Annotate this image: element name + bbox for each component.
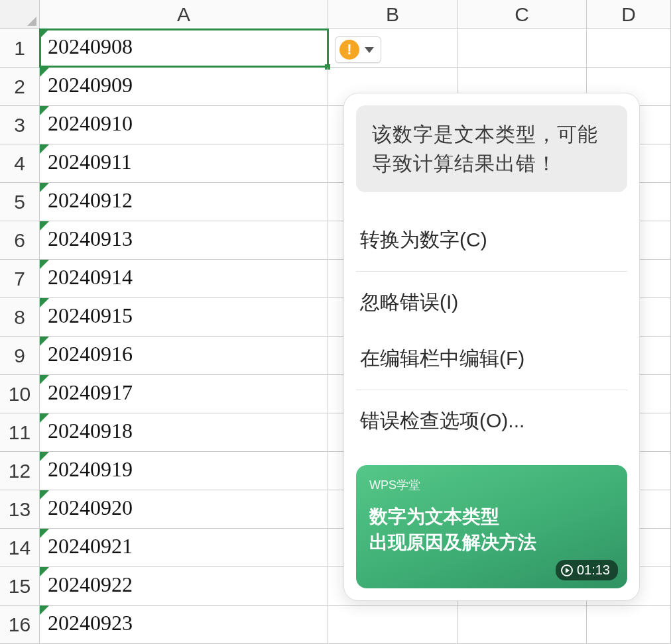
cell-value: 20240922 bbox=[48, 572, 133, 596]
column-header-row: A B C D bbox=[0, 0, 671, 29]
text-number-error-icon bbox=[40, 260, 49, 269]
cell-C16[interactable] bbox=[457, 606, 587, 643]
text-number-error-icon bbox=[40, 375, 49, 384]
cell-D16[interactable] bbox=[587, 606, 671, 643]
chevron-down-icon bbox=[365, 47, 374, 53]
cell-A6[interactable]: 20240913 bbox=[40, 221, 328, 259]
column-header-D[interactable]: D bbox=[587, 0, 671, 28]
cell-A1[interactable]: 20240908 bbox=[40, 29, 328, 67]
select-all-corner[interactable] bbox=[0, 0, 40, 28]
menu-separator bbox=[356, 390, 627, 390]
menu-edit-in-formula-bar[interactable]: 在编辑栏中编辑(F) bbox=[356, 331, 627, 387]
text-number-error-icon bbox=[40, 29, 49, 38]
cell-B16[interactable] bbox=[328, 606, 457, 643]
text-number-error-icon bbox=[40, 452, 49, 461]
cell-A4[interactable]: 20240911 bbox=[40, 144, 328, 182]
row-header[interactable]: 1 bbox=[0, 29, 40, 67]
row-header[interactable]: 7 bbox=[0, 260, 40, 297]
row-header[interactable]: 15 bbox=[0, 567, 40, 605]
menu-convert-to-number[interactable]: 转换为数字(C) bbox=[356, 212, 627, 268]
cell-value: 20240916 bbox=[48, 342, 133, 366]
text-number-error-icon bbox=[40, 490, 49, 500]
cell-value: 20240911 bbox=[48, 150, 132, 174]
menu-error-check-options[interactable]: 错误检查选项(O)... bbox=[356, 393, 627, 449]
video-title-line1: 数字为文本类型 bbox=[369, 504, 614, 529]
table-row: 1620240923 bbox=[0, 606, 671, 644]
video-duration-badge: 01:13 bbox=[556, 560, 618, 580]
cell-A15[interactable]: 20240922 bbox=[40, 567, 328, 605]
cell-D1[interactable] bbox=[587, 29, 671, 67]
cell-A2[interactable]: 20240909 bbox=[40, 68, 328, 105]
text-number-error-icon bbox=[40, 144, 49, 154]
text-number-error-icon bbox=[40, 68, 49, 77]
cell-A8[interactable]: 20240915 bbox=[40, 298, 328, 336]
cell-value: 20240921 bbox=[48, 534, 133, 558]
cell-value: 20240913 bbox=[48, 227, 133, 250]
text-number-error-icon bbox=[40, 221, 49, 231]
cell-A14[interactable]: 20240921 bbox=[40, 529, 328, 566]
video-title-line2: 出现原因及解决方法 bbox=[369, 529, 614, 555]
cell-value: 20240923 bbox=[48, 611, 133, 635]
cell-value: 20240910 bbox=[48, 111, 133, 135]
cell-C1[interactable] bbox=[457, 29, 587, 67]
row-header[interactable]: 14 bbox=[0, 529, 40, 566]
video-title: 数字为文本类型 出现原因及解决方法 bbox=[369, 504, 614, 555]
cell-A7[interactable]: 20240914 bbox=[40, 260, 328, 297]
video-duration-text: 01:13 bbox=[577, 563, 610, 578]
cell-A9[interactable]: 20240916 bbox=[40, 337, 328, 374]
text-number-error-icon bbox=[40, 337, 49, 346]
cell-value: 20240914 bbox=[48, 265, 133, 289]
row-header[interactable]: 8 bbox=[0, 298, 40, 336]
row-header[interactable]: 11 bbox=[0, 413, 40, 451]
text-number-error-icon bbox=[40, 567, 49, 576]
cell-A10[interactable]: 20240917 bbox=[40, 375, 328, 413]
error-context-menu: 该数字是文本类型，可能导致计算结果出错！ 转换为数字(C) 忽略错误(I) 在编… bbox=[343, 93, 640, 601]
column-header-C[interactable]: C bbox=[457, 0, 587, 28]
text-number-error-icon bbox=[40, 183, 49, 192]
cell-value: 20240915 bbox=[48, 303, 133, 327]
row-header[interactable]: 9 bbox=[0, 337, 40, 374]
cell-A5[interactable]: 20240912 bbox=[40, 183, 328, 221]
cell-A3[interactable]: 20240910 bbox=[40, 106, 328, 144]
error-tip-text: 该数字是文本类型，可能导致计算结果出错！ bbox=[356, 105, 627, 192]
play-icon bbox=[561, 564, 573, 576]
warning-icon: ! bbox=[339, 40, 359, 60]
cell-A12[interactable]: 20240919 bbox=[40, 452, 328, 490]
help-video-card[interactable]: WPS学堂 数字为文本类型 出现原因及解决方法 01:13 bbox=[356, 465, 627, 588]
cell-value: 20240919 bbox=[48, 457, 133, 481]
column-header-A[interactable]: A bbox=[40, 0, 328, 28]
cell-value: 20240920 bbox=[48, 496, 133, 519]
column-header-B[interactable]: B bbox=[328, 0, 457, 28]
cell-value: 20240918 bbox=[48, 419, 133, 443]
cell-A16[interactable]: 20240923 bbox=[40, 606, 328, 643]
row-header[interactable]: 5 bbox=[0, 183, 40, 221]
spreadsheet: A B C D 12024090822024090932024091042024… bbox=[0, 0, 671, 644]
row-header[interactable]: 10 bbox=[0, 375, 40, 413]
menu-separator bbox=[356, 271, 627, 272]
video-brand-label: WPS学堂 bbox=[369, 477, 614, 493]
row-header[interactable]: 4 bbox=[0, 144, 40, 182]
cell-A11[interactable]: 20240918 bbox=[40, 413, 328, 451]
row-header[interactable]: 2 bbox=[0, 68, 40, 105]
menu-ignore-error[interactable]: 忽略错误(I) bbox=[356, 274, 627, 331]
cell-A13[interactable]: 20240920 bbox=[40, 490, 328, 528]
cell-value: 20240909 bbox=[48, 73, 133, 97]
cell-value: 20240917 bbox=[48, 380, 133, 404]
text-number-error-icon bbox=[40, 298, 49, 307]
row-header[interactable]: 13 bbox=[0, 490, 40, 528]
cell-value: 20240912 bbox=[48, 188, 133, 212]
text-number-error-icon bbox=[40, 529, 49, 538]
row-header[interactable]: 16 bbox=[0, 606, 40, 643]
cell-value: 20240908 bbox=[48, 34, 133, 58]
error-indicator-button[interactable]: ! bbox=[335, 36, 381, 63]
row-header[interactable]: 6 bbox=[0, 221, 40, 259]
text-number-error-icon bbox=[40, 606, 49, 615]
row-header[interactable]: 12 bbox=[0, 452, 40, 490]
text-number-error-icon bbox=[40, 413, 49, 423]
row-header[interactable]: 3 bbox=[0, 106, 40, 144]
text-number-error-icon bbox=[40, 106, 49, 115]
